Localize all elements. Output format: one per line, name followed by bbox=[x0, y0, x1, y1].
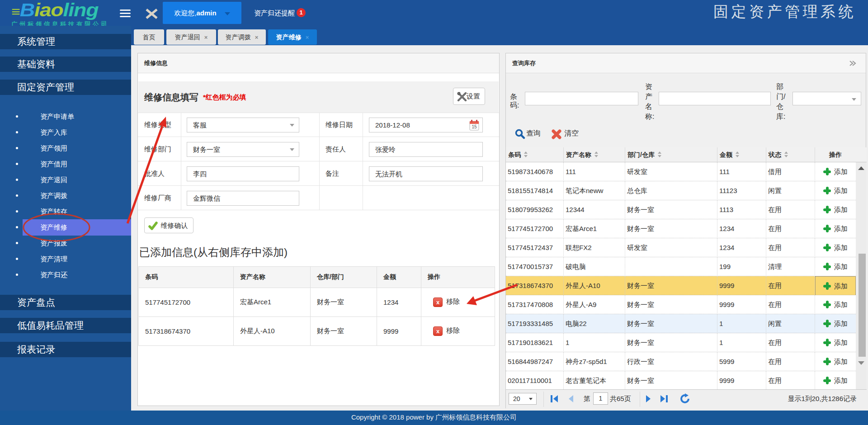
svg-text:15: 15 bbox=[472, 124, 477, 129]
